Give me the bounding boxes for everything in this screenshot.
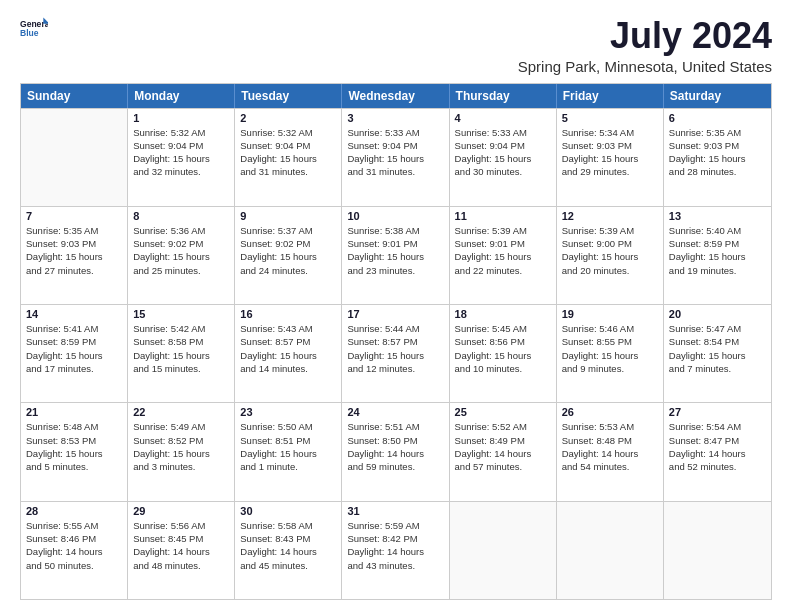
cell-line: Sunrise: 5:46 AM: [562, 322, 658, 335]
day-number: 3: [347, 112, 443, 124]
cal-row-4: 28Sunrise: 5:55 AMSunset: 8:46 PMDayligh…: [21, 501, 771, 599]
title-section: July 2024 Spring Park, Minnesota, United…: [518, 16, 772, 75]
cell-line: and 25 minutes.: [133, 264, 229, 277]
cal-row-2: 14Sunrise: 5:41 AMSunset: 8:59 PMDayligh…: [21, 304, 771, 402]
cell-line: Sunset: 9:02 PM: [240, 237, 336, 250]
cell-line: Sunrise: 5:40 AM: [669, 224, 766, 237]
day-number: 13: [669, 210, 766, 222]
cell-line: Sunset: 8:56 PM: [455, 335, 551, 348]
day-number: 2: [240, 112, 336, 124]
cell-line: and 29 minutes.: [562, 165, 658, 178]
day-number: 15: [133, 308, 229, 320]
cell-line: Daylight: 15 hours: [455, 349, 551, 362]
cell-line: Sunset: 8:43 PM: [240, 532, 336, 545]
header-monday: Monday: [128, 84, 235, 108]
cell-line: Sunrise: 5:39 AM: [455, 224, 551, 237]
cal-cell: 13Sunrise: 5:40 AMSunset: 8:59 PMDayligh…: [664, 207, 771, 304]
cell-line: Sunrise: 5:47 AM: [669, 322, 766, 335]
day-number: 19: [562, 308, 658, 320]
cal-cell: 11Sunrise: 5:39 AMSunset: 9:01 PMDayligh…: [450, 207, 557, 304]
cell-line: and 12 minutes.: [347, 362, 443, 375]
cell-line: Sunrise: 5:55 AM: [26, 519, 122, 532]
cal-cell: 20Sunrise: 5:47 AMSunset: 8:54 PMDayligh…: [664, 305, 771, 402]
cell-line: Sunrise: 5:37 AM: [240, 224, 336, 237]
cal-cell: 2Sunrise: 5:32 AMSunset: 9:04 PMDaylight…: [235, 109, 342, 206]
cell-line: Sunrise: 5:48 AM: [26, 420, 122, 433]
day-number: 5: [562, 112, 658, 124]
cal-cell: 23Sunrise: 5:50 AMSunset: 8:51 PMDayligh…: [235, 403, 342, 500]
cell-line: Sunrise: 5:42 AM: [133, 322, 229, 335]
cell-line: Sunset: 9:04 PM: [133, 139, 229, 152]
cell-line: Daylight: 14 hours: [133, 545, 229, 558]
cell-line: Daylight: 14 hours: [240, 545, 336, 558]
calendar-header: Sunday Monday Tuesday Wednesday Thursday…: [21, 84, 771, 108]
cal-cell: 7Sunrise: 5:35 AMSunset: 9:03 PMDaylight…: [21, 207, 128, 304]
cell-line: and 45 minutes.: [240, 559, 336, 572]
calendar-body: 1Sunrise: 5:32 AMSunset: 9:04 PMDaylight…: [21, 108, 771, 599]
day-number: 30: [240, 505, 336, 517]
day-number: 20: [669, 308, 766, 320]
cell-line: Sunset: 9:04 PM: [240, 139, 336, 152]
header-friday: Friday: [557, 84, 664, 108]
cal-cell: 22Sunrise: 5:49 AMSunset: 8:52 PMDayligh…: [128, 403, 235, 500]
cell-line: and 43 minutes.: [347, 559, 443, 572]
cell-line: and 31 minutes.: [347, 165, 443, 178]
cal-row-0: 1Sunrise: 5:32 AMSunset: 9:04 PMDaylight…: [21, 108, 771, 206]
cell-line: Daylight: 15 hours: [347, 152, 443, 165]
cell-line: and 48 minutes.: [133, 559, 229, 572]
header-sunday: Sunday: [21, 84, 128, 108]
day-number: 10: [347, 210, 443, 222]
cell-line: Sunset: 8:52 PM: [133, 434, 229, 447]
main-title: July 2024: [518, 16, 772, 56]
day-number: 25: [455, 406, 551, 418]
cell-line: Sunset: 8:57 PM: [240, 335, 336, 348]
cell-line: Daylight: 15 hours: [133, 152, 229, 165]
cell-line: Sunset: 9:02 PM: [133, 237, 229, 250]
cell-line: Daylight: 15 hours: [240, 152, 336, 165]
cal-row-3: 21Sunrise: 5:48 AMSunset: 8:53 PMDayligh…: [21, 402, 771, 500]
cell-line: Sunrise: 5:32 AM: [240, 126, 336, 139]
cal-cell: 24Sunrise: 5:51 AMSunset: 8:50 PMDayligh…: [342, 403, 449, 500]
cal-cell: 9Sunrise: 5:37 AMSunset: 9:02 PMDaylight…: [235, 207, 342, 304]
cell-line: Sunrise: 5:36 AM: [133, 224, 229, 237]
cal-cell: 18Sunrise: 5:45 AMSunset: 8:56 PMDayligh…: [450, 305, 557, 402]
cell-line: Sunset: 9:00 PM: [562, 237, 658, 250]
cell-line: Daylight: 15 hours: [347, 250, 443, 263]
cell-line: Daylight: 15 hours: [133, 250, 229, 263]
cal-cell: 8Sunrise: 5:36 AMSunset: 9:02 PMDaylight…: [128, 207, 235, 304]
cal-cell: 25Sunrise: 5:52 AMSunset: 8:49 PMDayligh…: [450, 403, 557, 500]
cell-line: Sunrise: 5:54 AM: [669, 420, 766, 433]
day-number: 28: [26, 505, 122, 517]
cell-line: Sunset: 9:03 PM: [26, 237, 122, 250]
cal-cell: 31Sunrise: 5:59 AMSunset: 8:42 PMDayligh…: [342, 502, 449, 599]
cal-cell: 17Sunrise: 5:44 AMSunset: 8:57 PMDayligh…: [342, 305, 449, 402]
day-number: 21: [26, 406, 122, 418]
cell-line: Daylight: 14 hours: [26, 545, 122, 558]
day-number: 12: [562, 210, 658, 222]
cell-line: Sunrise: 5:53 AM: [562, 420, 658, 433]
cell-line: Sunrise: 5:44 AM: [347, 322, 443, 335]
day-number: 9: [240, 210, 336, 222]
cell-line: Daylight: 15 hours: [240, 349, 336, 362]
cell-line: Sunset: 9:03 PM: [669, 139, 766, 152]
cell-line: Daylight: 14 hours: [455, 447, 551, 460]
cell-line: and 54 minutes.: [562, 460, 658, 473]
cell-line: Daylight: 14 hours: [669, 447, 766, 460]
cell-line: Sunrise: 5:51 AM: [347, 420, 443, 433]
cell-line: Daylight: 15 hours: [240, 447, 336, 460]
cal-cell: 3Sunrise: 5:33 AMSunset: 9:04 PMDaylight…: [342, 109, 449, 206]
cell-line: Sunrise: 5:45 AM: [455, 322, 551, 335]
cell-line: Sunrise: 5:33 AM: [347, 126, 443, 139]
cal-cell: [21, 109, 128, 206]
cell-line: Sunset: 8:47 PM: [669, 434, 766, 447]
cell-line: Sunset: 9:04 PM: [347, 139, 443, 152]
cell-line: Sunrise: 5:38 AM: [347, 224, 443, 237]
cal-cell: 10Sunrise: 5:38 AMSunset: 9:01 PMDayligh…: [342, 207, 449, 304]
header-tuesday: Tuesday: [235, 84, 342, 108]
cell-line: and 5 minutes.: [26, 460, 122, 473]
cell-line: and 28 minutes.: [669, 165, 766, 178]
header: General Blue General Blue July 2024 Spri…: [20, 16, 772, 75]
cell-line: and 30 minutes.: [455, 165, 551, 178]
cell-line: and 27 minutes.: [26, 264, 122, 277]
cal-cell: 21Sunrise: 5:48 AMSunset: 8:53 PMDayligh…: [21, 403, 128, 500]
